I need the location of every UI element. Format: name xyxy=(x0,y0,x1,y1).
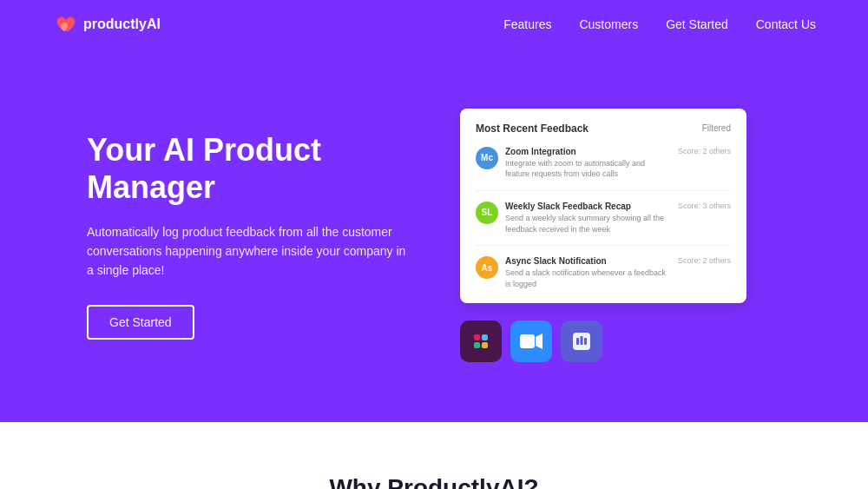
svg-rect-9 xyxy=(584,338,587,345)
feedback-content: Weekly Slack Feedback Recap Send a weekl… xyxy=(505,202,667,235)
feedback-meta: Score: 2 others xyxy=(678,256,731,265)
feedback-meta: Score: 2 others xyxy=(678,147,731,155)
avatar: SL xyxy=(476,202,498,224)
svg-rect-0 xyxy=(474,334,480,340)
svg-rect-8 xyxy=(581,336,583,345)
card-filter: Filtered xyxy=(702,123,731,133)
intercom-icon-button[interactable] xyxy=(561,320,602,362)
feedback-content: Zoom Integration Integrate with zoom to … xyxy=(505,147,667,180)
avatar: Mc xyxy=(476,147,498,169)
app-icons xyxy=(460,320,602,362)
logo[interactable]: productlyAI xyxy=(52,12,161,36)
feedback-name: Zoom Integration xyxy=(505,147,667,156)
get-started-button[interactable]: Get Started xyxy=(87,305,194,340)
svg-rect-4 xyxy=(520,334,535,348)
feedback-meta: Score: 3 others xyxy=(678,202,731,210)
nav-features[interactable]: Features xyxy=(503,17,551,32)
card-header: Most Recent Feedback Filtered xyxy=(476,122,731,135)
svg-rect-1 xyxy=(482,334,488,340)
logo-icon xyxy=(52,12,76,36)
svg-rect-3 xyxy=(482,342,488,348)
svg-marker-5 xyxy=(536,334,542,349)
avatar-initials: SL xyxy=(482,208,493,217)
feedback-text: Integrate with zoom to automatically and… xyxy=(505,158,667,180)
logo-text: productlyAI xyxy=(83,17,161,32)
why-section: Why ProductlyAI? xyxy=(0,422,868,489)
hero-section: Your AI Product Manager Automatically lo… xyxy=(0,49,868,422)
feedback-item: As Async Slack Notification Send a slack… xyxy=(476,256,731,289)
intercom-logo-icon xyxy=(569,329,594,354)
card-title: Most Recent Feedback xyxy=(476,122,589,135)
avatar: As xyxy=(476,256,498,279)
feedback-name: Async Slack Notification xyxy=(505,256,667,266)
nav-links: Features Customers Get Started Contact U… xyxy=(503,17,816,32)
why-title: Why ProductlyAI? xyxy=(87,474,781,489)
hero-description: Automatically log product feedback from … xyxy=(87,222,408,281)
nav-get-started[interactable]: Get Started xyxy=(666,17,728,32)
hero-title: Your AI Product Manager xyxy=(87,131,408,206)
avatar-initials: As xyxy=(482,263,493,273)
slack-logo-icon xyxy=(469,329,493,354)
nav-customers[interactable]: Customers xyxy=(579,17,638,32)
feedback-text: Send a weekly slack summary showing all … xyxy=(505,213,667,235)
hero-right: Most Recent Feedback Filtered Mc Zoom In… xyxy=(460,109,781,363)
svg-rect-7 xyxy=(576,338,579,345)
feedback-name: Weekly Slack Feedback Recap xyxy=(505,202,667,211)
avatar-initials: Mc xyxy=(481,153,493,162)
feedback-item: SL Weekly Slack Feedback Recap Send a we… xyxy=(476,202,731,246)
nav-contact-us[interactable]: Contact Us xyxy=(756,17,816,32)
zoom-icon-button[interactable] xyxy=(510,320,552,362)
hero-left: Your AI Product Manager Automatically lo… xyxy=(87,131,408,340)
feedback-text: Send a slack notification whenever a fee… xyxy=(505,268,667,289)
feedback-content: Async Slack Notification Send a slack no… xyxy=(505,256,667,289)
feedback-card: Most Recent Feedback Filtered Mc Zoom In… xyxy=(460,109,746,304)
svg-rect-2 xyxy=(474,342,480,348)
feedback-item: Mc Zoom Integration Integrate with zoom … xyxy=(476,147,731,191)
zoom-logo-icon xyxy=(519,333,543,350)
navbar: productlyAI Features Customers Get Start… xyxy=(0,0,868,49)
slack-icon-button[interactable] xyxy=(460,320,502,362)
